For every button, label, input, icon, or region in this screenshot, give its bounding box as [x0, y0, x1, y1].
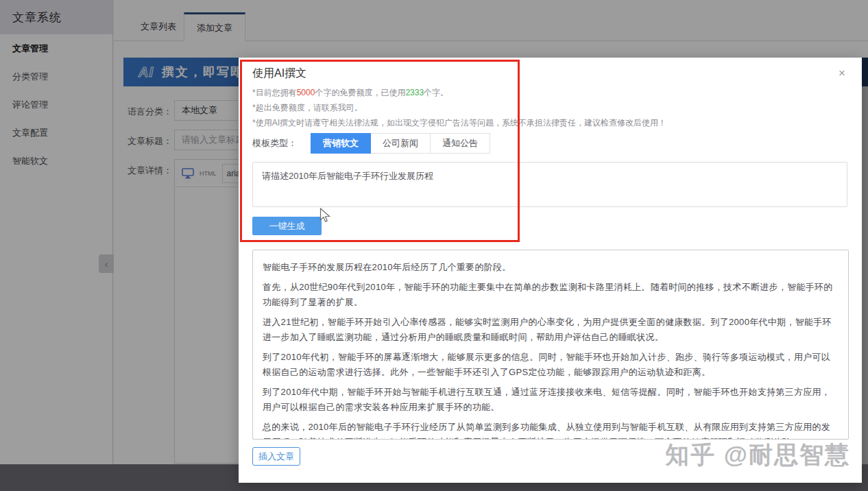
template-type-label: 模板类型：	[252, 137, 297, 149]
ai-writing-dialog: 使用AI撰文 × *目前您拥有5000个字的免费额度，已使用2333个字。 *超…	[239, 58, 862, 483]
quota-notes: *目前您拥有5000个字的免费额度，已使用2333个字。 *超出免费额度，请联系…	[252, 85, 666, 130]
template-marketing-button[interactable]: 营销软文	[311, 133, 371, 154]
legal-note: *使用AI撰文时请遵守相关法律法规，如出现文字侵犯广告法等问题，系统不承担法律责…	[252, 115, 666, 130]
used-quota-value: 2333	[405, 88, 424, 97]
result-paragraph: 到了2010年代中期，智能手环开始与智能手机进行互联互通，通过蓝牙连接接收来电、…	[263, 385, 839, 415]
screen: 文章系统 文章管理 分类管理 评论管理 文章配置 智能软文 文章列表 添加文章 …	[0, 0, 868, 491]
free-quota-value: 5000	[297, 88, 315, 97]
generate-button[interactable]: 一键生成	[252, 217, 322, 235]
template-type-row: 模板类型： 营销软文 公司新闻 通知公告	[252, 133, 490, 154]
insert-article-button[interactable]: 插入文章	[252, 447, 300, 466]
result-paragraph: 首先，从20世纪90年代到2010年，智能手环的功能主要集中在简单的步数监测和卡…	[263, 280, 839, 310]
result-paragraph: 智能电子手环的发展历程在2010年后经历了几个重要的阶段。	[263, 260, 839, 275]
close-icon[interactable]: ×	[839, 67, 845, 79]
template-company-news-button[interactable]: 公司新闻	[371, 133, 431, 154]
prompt-textarea[interactable]: 请描述2010年后智能电子手环行业发展历程	[252, 162, 847, 207]
template-notice-button[interactable]: 通知公告	[431, 133, 490, 154]
result-paragraph: 到了2010年代初，智能手环的屏幕逐渐增大，能够展示更多的信息。同时，智能手环也…	[263, 350, 839, 380]
template-button-group: 营销软文 公司新闻 通知公告	[311, 133, 490, 154]
result-paragraph: 总的来说，2010年后的智能电子手环行业经历了从简单监测到多功能集成、从独立使用…	[263, 420, 839, 440]
generated-result-box[interactable]: 智能电子手环的发展历程在2010年后经历了几个重要的阶段。 首先，从20世纪90…	[252, 250, 849, 440]
quota-line: *目前您拥有5000个字的免费额度，已使用2333个字。	[252, 85, 666, 100]
dialog-title: 使用AI撰文	[252, 67, 306, 81]
result-paragraph: 进入21世纪初，智能手环开始引入心率传感器，能够实时监测用户的心率变化，为用户提…	[263, 315, 839, 345]
over-quota-note: *超出免费额度，请联系我司。	[252, 100, 666, 115]
